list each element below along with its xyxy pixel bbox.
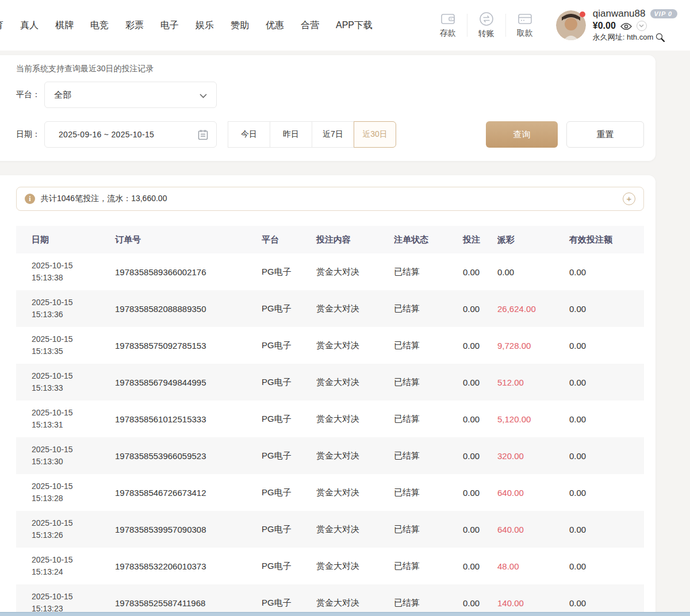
- nav-item[interactable]: 合营: [301, 17, 319, 34]
- bank-card-icon: [507, 12, 543, 26]
- cell-bet: 0.00: [463, 451, 497, 461]
- cell-content: 赏金大对决: [316, 451, 394, 461]
- nav-item[interactable]: 优惠: [266, 17, 284, 34]
- horizontal-scrollbar[interactable]: [0, 612, 690, 616]
- table-row[interactable]: 2025-10-15 15:13:35 1978358575092785153 …: [16, 327, 644, 364]
- eye-icon[interactable]: [620, 21, 632, 31]
- table-row[interactable]: 2025-10-15 15:13:33 1978358567949844995 …: [16, 364, 644, 401]
- nav-item[interactable]: 娱乐: [195, 17, 214, 34]
- withdraw-button[interactable]: 取款: [507, 12, 543, 38]
- nav-item[interactable]: 彩票: [125, 17, 144, 34]
- table-row[interactable]: 2025-10-15 15:13:24 1978358532206010373 …: [16, 548, 644, 584]
- records-card: i 共计1046笔投注，流水：13,660.00 + 日期 订单号 平台 投注内…: [0, 175, 656, 616]
- quick-range-group: 今日 昨日 近7日 近30日: [228, 121, 396, 148]
- cell-order-number: 1978358532206010373: [115, 561, 262, 571]
- cell-content: 赏金大对决: [316, 487, 394, 498]
- date-label: 日期：: [16, 129, 44, 140]
- nav-item[interactable]: APP下载: [336, 17, 373, 34]
- quick-range-chip[interactable]: 昨日: [270, 121, 312, 148]
- table-body: 2025-10-15 15:13:38 1978358589366002176 …: [16, 253, 644, 616]
- cell-valid-bet: 0.00: [569, 267, 644, 277]
- cell-valid-bet: 0.00: [569, 341, 644, 351]
- table-row[interactable]: 2025-10-15 15:13:26 1978358539957090308 …: [16, 511, 644, 548]
- table-row[interactable]: 2025-10-15 15:13:38 1978358589366002176 …: [16, 253, 644, 290]
- cell-status: 已结算: [394, 487, 463, 498]
- cell-date: 2025-10-15 15:13:26: [32, 517, 115, 541]
- cell-content: 赏金大对决: [316, 598, 394, 609]
- cell-date: 2025-10-15 15:13:24: [32, 554, 115, 578]
- date-range-input[interactable]: 2025-09-16 ~ 2025-10-15: [44, 121, 217, 148]
- cell-status: 已结算: [394, 377, 463, 388]
- nav-item[interactable]: 真人: [20, 17, 39, 34]
- search-icon[interactable]: [656, 33, 665, 43]
- query-button[interactable]: 查询: [486, 121, 558, 148]
- cell-payout: 48.00: [497, 561, 569, 571]
- cell-platform: PG电子: [262, 561, 316, 572]
- cell-payout: 640.00: [497, 525, 569, 534]
- deposit-button[interactable]: 存款: [430, 12, 466, 38]
- cell-bet: 0.00: [463, 525, 497, 534]
- cell-date: 2025-10-15 15:13:23: [32, 591, 115, 615]
- cell-content: 赏金大对决: [316, 561, 394, 572]
- cell-platform: PG电子: [262, 451, 316, 461]
- table-row[interactable]: 2025-10-15 15:13:28 1978358546726673412 …: [16, 474, 644, 511]
- cell-order-number: 1978358575092785153: [115, 341, 262, 351]
- cell-platform: PG电子: [262, 598, 316, 609]
- platform-select[interactable]: 全部: [44, 82, 217, 108]
- nav-item[interactable]: 棋牌: [55, 17, 74, 34]
- cell-valid-bet: 0.00: [569, 414, 644, 424]
- cell-date: 2025-10-15 15:13:28: [32, 480, 115, 505]
- table-row[interactable]: 2025-10-15 15:13:31 1978358561012515333 …: [16, 401, 644, 437]
- transfer-button[interactable]: 转账: [468, 11, 505, 39]
- cell-payout: 140.00: [497, 598, 569, 608]
- cell-date: 2025-10-15 15:13:33: [32, 370, 115, 394]
- col-header-status: 注单状态: [394, 234, 463, 245]
- calendar-icon: [198, 129, 208, 140]
- cell-valid-bet: 0.00: [569, 378, 644, 387]
- cell-date: 2025-10-15 15:13:30: [32, 444, 115, 468]
- cell-payout: 320.00: [497, 451, 569, 461]
- cell-content: 赏金大对决: [316, 377, 394, 388]
- wallet-icon: [430, 12, 466, 26]
- table-row[interactable]: 2025-10-15 15:13:36 1978358582088889350 …: [16, 290, 644, 327]
- table-row[interactable]: 2025-10-15 15:13:23 1978358525587411968 …: [16, 584, 644, 616]
- vip-badge: VIP 0: [650, 9, 678, 18]
- nav-item[interactable]: 赞助: [231, 17, 249, 34]
- nav-item[interactable]: 体育: [0, 17, 3, 34]
- quick-range-chip[interactable]: 今日: [228, 121, 270, 148]
- cell-status: 已结算: [394, 524, 463, 535]
- col-header-platform: 平台: [262, 234, 316, 245]
- cell-order-number: 1978358589366002176: [115, 267, 262, 277]
- cell-platform: PG电子: [262, 303, 316, 314]
- cell-payout: 9,728.00: [497, 341, 569, 351]
- cell-valid-bet: 0.00: [569, 598, 644, 608]
- col-header-order: 订单号: [115, 234, 262, 245]
- quick-range-chip[interactable]: 近30日: [354, 121, 396, 148]
- cell-order-number: 1978358582088889350: [115, 304, 262, 314]
- permanent-url: 永久网址: hth.com: [593, 32, 653, 43]
- cell-status: 已结算: [394, 598, 463, 609]
- withdraw-label: 取款: [507, 28, 543, 38]
- plus-circle-icon[interactable]: +: [623, 192, 635, 205]
- reset-button[interactable]: 重置: [566, 121, 644, 148]
- cell-status: 已结算: [394, 340, 463, 351]
- cell-payout: 512.00: [497, 378, 569, 387]
- user-avatar[interactable]: [556, 10, 586, 40]
- cell-payout: 0.00: [497, 267, 569, 277]
- cell-order-number: 1978358539957090308: [115, 525, 262, 534]
- nav-item[interactable]: 电子: [160, 17, 179, 34]
- summary-bar: i 共计1046笔投注，流水：13,660.00 +: [16, 187, 644, 211]
- table-row[interactable]: 2025-10-15 15:13:30 1978358553966059523 …: [16, 437, 644, 474]
- quick-range-chip[interactable]: 近7日: [312, 121, 354, 148]
- cell-order-number: 1978358561012515333: [115, 414, 262, 424]
- cell-status: 已结算: [394, 451, 463, 461]
- nav-item[interactable]: 电竞: [90, 17, 109, 34]
- col-header-date: 日期: [32, 234, 115, 245]
- cell-platform: PG电子: [262, 340, 316, 351]
- bet-records-table: 日期 订单号 平台 投注内容 注单状态 投注 派彩 有效投注额 2025-10-…: [16, 226, 644, 616]
- cell-date: 2025-10-15 15:13:35: [32, 333, 115, 357]
- balance-dropdown-icon[interactable]: [637, 21, 647, 31]
- cell-bet: 0.00: [463, 341, 497, 351]
- cell-payout: 5,120.00: [497, 414, 569, 424]
- top-header: 体育 真人 棋牌 电竞 彩票 电子 娱乐 赞助 优惠 合营 APP下载: [0, 0, 690, 51]
